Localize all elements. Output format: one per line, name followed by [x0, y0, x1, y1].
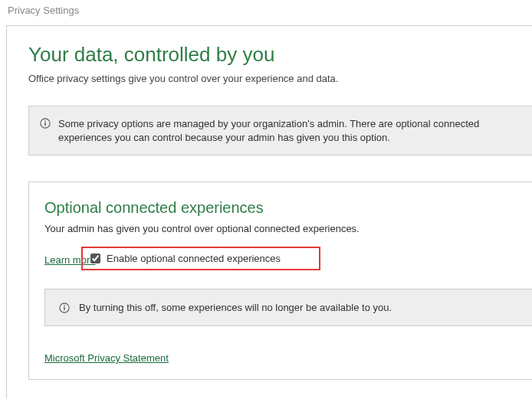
section-heading: Optional connected experiences: [44, 199, 532, 217]
svg-rect-1: [44, 123, 45, 126]
admin-info-banner: Some privacy options are managed by your…: [28, 106, 532, 155]
turnoff-warning-text: By turning this off, some experiences wi…: [79, 302, 392, 313]
admin-info-text: Some privacy options are managed by your…: [58, 117, 520, 144]
optional-experiences-section: Optional connected experiences Your admi…: [28, 182, 532, 380]
svg-rect-2: [44, 120, 45, 121]
enable-optional-checkbox-label: Enable optional connected experiences: [107, 253, 281, 264]
page-heading: Your data, controlled by you: [28, 43, 532, 67]
turnoff-warning-banner: By turning this off, some experiences wi…: [44, 289, 532, 326]
enable-optional-checkbox-row: Enable optional connected experiences: [81, 247, 320, 270]
page-subtext: Office privacy settings give you control…: [28, 73, 532, 84]
info-icon: [59, 303, 70, 313]
info-icon: [40, 118, 51, 129]
privacy-statement-link[interactable]: Microsoft Privacy Statement: [44, 352, 169, 364]
section-text: Your admin has given you control over op…: [44, 223, 532, 234]
window-title: Privacy Settings: [0, 0, 532, 21]
main-content: Your data, controlled by you Office priv…: [6, 25, 532, 399]
svg-rect-5: [64, 305, 64, 306]
svg-rect-4: [64, 307, 64, 310]
enable-optional-checkbox[interactable]: [90, 253, 100, 263]
